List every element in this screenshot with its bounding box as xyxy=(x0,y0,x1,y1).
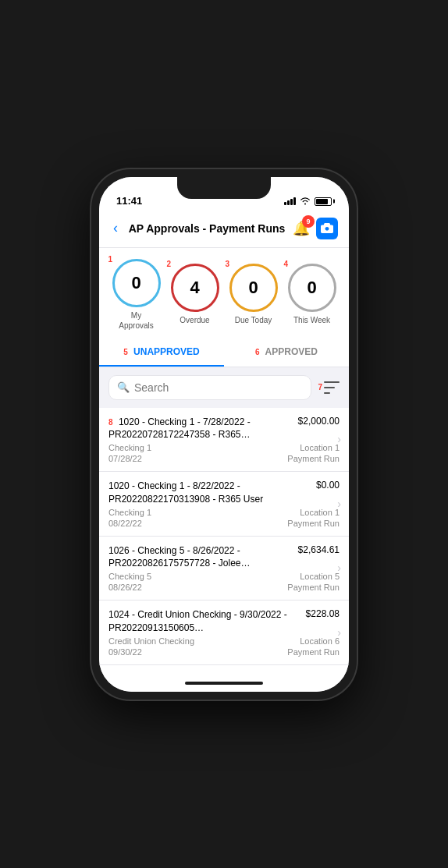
overdue-count: 4 xyxy=(190,278,199,298)
status-time: 11:41 xyxy=(116,195,142,207)
tab-unapproved-label: UNAPPROVED xyxy=(133,346,200,357)
item-sub-left: Credit Union Checking xyxy=(108,636,194,646)
overdue-ring: 2 4 xyxy=(171,264,219,312)
item-row-date: 08/26/22 Payment Run xyxy=(108,583,340,592)
item-amount: $2,634.61 xyxy=(298,544,340,555)
filter-index: 7 xyxy=(318,383,322,391)
home-bar xyxy=(185,682,263,685)
item-index-8: 8 xyxy=(108,418,113,427)
item-title: 1026 - Checking 5 - 8/26/2022 - PR202208… xyxy=(108,544,298,571)
list-item[interactable]: 1024 - Credit Union Checking - 9/30/2022… xyxy=(99,601,349,665)
circle-overdue[interactable]: 2 4 Overdue xyxy=(171,264,219,325)
item-amount: $0.00 xyxy=(316,480,340,491)
item-type: Payment Run xyxy=(287,647,340,657)
item-title: 1020 - Checking 1 - 8/22/2022 - PR202208… xyxy=(108,480,316,506)
svg-point-0 xyxy=(325,227,329,231)
phone-screen: 11:41 xyxy=(99,177,349,692)
due-today-count: 0 xyxy=(248,278,258,298)
item-row-bottom: Credit Union Checking Location 6 xyxy=(108,636,340,646)
wifi-icon xyxy=(300,197,311,207)
circle-my-approvals[interactable]: 1 0 MyApprovals xyxy=(112,259,161,331)
battery-icon xyxy=(315,197,332,206)
tab-index-5: 5 xyxy=(123,348,128,356)
item-sub-right: Location 6 xyxy=(300,636,340,646)
search-section: 🔍 7 xyxy=(99,367,349,408)
search-bar: 🔍 xyxy=(108,375,311,400)
item-row-bottom: Checking 1 Location 1 xyxy=(108,443,340,452)
tab-unapproved[interactable]: 5 UNAPPROVED xyxy=(99,338,224,367)
item-sub-right: Location 5 xyxy=(300,572,340,581)
summary-section: 1 0 MyApprovals 2 4 Overdue 3 0 Due Toda… xyxy=(99,248,349,338)
item-title: 8 1020 - Checking 1 - 7/28/2022 - PR2022… xyxy=(108,416,298,442)
tabs-section: 5 UNAPPROVED 6 APPROVED xyxy=(99,338,349,367)
list-item[interactable]: 8 1020 - Checking 1 - 7/28/2022 - PR2022… xyxy=(99,408,349,473)
circle-this-week[interactable]: 4 0 This Week xyxy=(288,264,336,325)
item-row-bottom: Checking 5 Location 5 xyxy=(108,572,340,581)
item-sub-left: Checking 1 xyxy=(108,508,151,517)
this-week-count: 0 xyxy=(307,278,316,298)
chevron-icon: › xyxy=(337,498,341,510)
my-approvals-ring: 1 0 xyxy=(112,259,161,307)
back-button[interactable]: ‹ xyxy=(110,218,121,238)
camera-button[interactable] xyxy=(316,218,338,239)
item-row-top: 1026 - Checking 5 - 8/26/2022 - PR202208… xyxy=(108,544,340,571)
item-amount: $228.08 xyxy=(306,608,340,619)
this-week-label: This Week xyxy=(293,315,330,325)
item-date: 07/28/22 xyxy=(108,454,142,463)
list-item[interactable]: 1020 - Checking 1 - 8/22/2022 - PR202208… xyxy=(99,472,349,537)
due-today-label: Due Today xyxy=(235,315,272,325)
notification-button[interactable]: 🔔 9 xyxy=(293,220,310,237)
tab-approved-label: APPROVED xyxy=(265,346,318,357)
page-title: AP Approvals - Payment Runs xyxy=(127,222,286,235)
overdue-label: Overdue xyxy=(180,315,209,325)
app-header: ‹ AP Approvals - Payment Runs 🔔 9 xyxy=(99,211,349,248)
phone-shell: 11:41 xyxy=(91,169,357,700)
item-row-top: 8 1020 - Checking 1 - 7/28/2022 - PR2022… xyxy=(108,416,340,442)
header-icons: 🔔 9 xyxy=(293,218,338,239)
tab-approved[interactable]: 6 APPROVED xyxy=(224,338,349,367)
item-row-date: 09/30/22 Payment Run xyxy=(108,647,340,657)
item-row-top: 1020 - Checking 1 - 8/22/2022 - PR202208… xyxy=(108,480,340,506)
filter-button[interactable]: 7 xyxy=(318,381,340,394)
item-row-date: 07/28/22 Payment Run xyxy=(108,454,340,463)
item-sub-left: Checking 5 xyxy=(108,572,151,581)
item-title: 1024 - Credit Union Checking - 9/30/2022… xyxy=(108,608,306,635)
chevron-icon: › xyxy=(337,433,341,445)
svg-rect-2 xyxy=(324,387,335,388)
circle-index-3: 3 xyxy=(226,260,230,268)
item-type: Payment Run xyxy=(287,583,340,592)
item-row-bottom: Checking 1 Location 1 xyxy=(108,508,340,517)
this-week-ring: 4 0 xyxy=(288,264,336,312)
due-today-ring: 3 0 xyxy=(229,264,278,312)
chevron-icon: › xyxy=(337,626,341,639)
list-section: 8 1020 - Checking 1 - 7/28/2022 - PR2022… xyxy=(99,408,349,675)
notch xyxy=(177,177,271,199)
item-row-date: 08/22/22 Payment Run xyxy=(108,519,340,528)
item-date: 08/22/22 xyxy=(108,519,142,528)
item-type: Payment Run xyxy=(287,519,340,528)
search-input[interactable] xyxy=(134,381,303,394)
item-date: 09/30/22 xyxy=(108,647,142,657)
item-sub-right: Location 1 xyxy=(300,443,340,452)
circle-index-1: 1 xyxy=(108,255,113,264)
circle-index-4: 4 xyxy=(284,260,289,268)
signal-icon xyxy=(284,197,296,205)
list-item[interactable]: 1026 - Checking 5 - 8/26/2022 - PR202208… xyxy=(99,537,349,601)
notification-badge: 9 xyxy=(302,215,315,228)
my-approvals-label: MyApprovals xyxy=(119,310,153,331)
tab-index-6: 6 xyxy=(255,348,260,356)
my-approvals-count: 0 xyxy=(131,273,140,293)
item-date: 08/26/22 xyxy=(108,583,142,592)
item-sub-right: Location 1 xyxy=(300,508,340,517)
item-amount: $2,000.00 xyxy=(298,416,340,427)
circle-index-2: 2 xyxy=(167,260,172,268)
svg-rect-3 xyxy=(324,392,330,394)
circle-due-today[interactable]: 3 0 Due Today xyxy=(229,264,278,325)
item-type: Payment Run xyxy=(287,454,340,463)
item-row-top: 1024 - Credit Union Checking - 9/30/2022… xyxy=(108,608,340,635)
status-icons xyxy=(284,197,332,207)
chevron-icon: › xyxy=(337,562,341,574)
search-icon: 🔍 xyxy=(117,381,130,393)
svg-rect-1 xyxy=(324,381,340,383)
item-sub-left: Checking 1 xyxy=(108,443,151,452)
